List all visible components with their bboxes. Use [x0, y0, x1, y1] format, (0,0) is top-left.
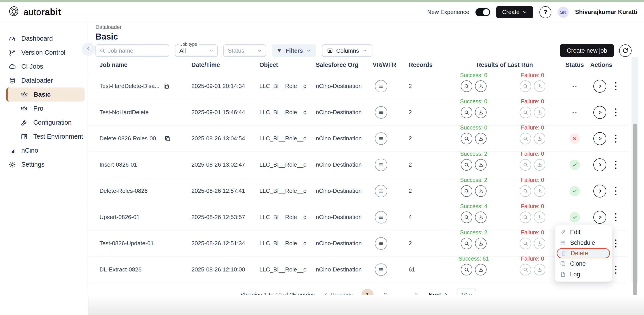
- page-button[interactable]: 2: [382, 292, 389, 298]
- sidebar-item-ncino[interactable]: nCino: [0, 144, 88, 158]
- download-success-records-button[interactable]: [475, 80, 486, 92]
- column-header-date-time[interactable]: Date/Time: [192, 62, 260, 68]
- download-success-records-button[interactable]: [475, 107, 486, 118]
- view-failure-records-button[interactable]: [520, 133, 531, 144]
- download-success-records-button[interactable]: [475, 185, 486, 197]
- sidebar-item-settings[interactable]: Settings: [0, 158, 88, 172]
- download-failure-records-button[interactable]: [534, 159, 546, 170]
- vr-wfr-list-button[interactable]: [375, 132, 387, 145]
- download-success-records-button[interactable]: [475, 133, 486, 144]
- download-failure-records-button[interactable]: [534, 80, 546, 92]
- copy-icon[interactable]: [164, 135, 171, 142]
- sidebar-item-dataloader[interactable]: Dataloader: [0, 74, 88, 88]
- job-name[interactable]: Delete-Roles-0826: [100, 188, 148, 194]
- download-success-records-button[interactable]: [475, 238, 486, 249]
- row-menu-button[interactable]: [614, 186, 618, 196]
- view-success-records-button[interactable]: [461, 238, 472, 249]
- menu-item-schedule[interactable]: Schedule: [555, 238, 612, 248]
- vr-wfr-list-button[interactable]: [375, 106, 387, 118]
- create-new-job-button[interactable]: Create new job: [560, 44, 614, 57]
- menu-item-clone[interactable]: Clone: [555, 258, 612, 269]
- download-success-records-button[interactable]: [475, 159, 486, 170]
- create-button[interactable]: Create: [496, 6, 533, 18]
- vr-wfr-list-button[interactable]: [375, 237, 387, 250]
- brand-logo[interactable]: autorabit: [7, 5, 61, 20]
- sidebar-item-dashboard[interactable]: Dashboard: [0, 32, 88, 46]
- sidebar-item-basic[interactable]: Basic: [6, 88, 84, 102]
- help-button[interactable]: ?: [540, 6, 552, 18]
- row-menu-button[interactable]: [614, 133, 618, 144]
- job-name[interactable]: Test-HardDelete-Disa...: [100, 83, 160, 90]
- copy-icon[interactable]: [163, 83, 170, 90]
- view-failure-records-button[interactable]: [520, 212, 531, 223]
- next-page-button[interactable]: Next: [428, 292, 448, 298]
- avatar[interactable]: SK: [558, 7, 569, 18]
- column-header-job-name[interactable]: Job name: [100, 62, 192, 68]
- view-success-records-button[interactable]: [461, 159, 472, 170]
- vertical-scrollbar[interactable]: [632, 57, 638, 283]
- column-header-records[interactable]: Records: [408, 62, 450, 68]
- view-success-records-button[interactable]: [461, 212, 472, 223]
- column-header-salesforce-org[interactable]: Salesforce Org: [316, 62, 373, 68]
- row-menu-button[interactable]: [614, 160, 618, 170]
- job-name[interactable]: Delete-0826-Roles-00...: [100, 135, 161, 142]
- download-success-records-button[interactable]: [475, 264, 486, 276]
- download-failure-records-button[interactable]: [534, 185, 546, 197]
- view-failure-records-button[interactable]: [520, 238, 531, 249]
- search-input[interactable]: [108, 47, 165, 54]
- job-name[interactable]: Test-0826-Update-01: [100, 240, 154, 247]
- breadcrumb[interactable]: Dataloader: [96, 24, 122, 30]
- row-menu-button[interactable]: [614, 81, 618, 92]
- user-name[interactable]: Shivarajkumar Kuratti: [575, 9, 637, 16]
- row-menu-button[interactable]: [614, 212, 618, 222]
- view-failure-records-button[interactable]: [520, 185, 531, 197]
- sidebar-item-configuration[interactable]: Configuration: [0, 116, 88, 130]
- view-success-records-button[interactable]: [461, 185, 472, 197]
- vr-wfr-list-button[interactable]: [375, 80, 387, 92]
- collapse-sidebar-button[interactable]: [82, 43, 94, 55]
- status-select[interactable]: Status: [224, 44, 266, 57]
- job-name[interactable]: Test-NoHardDelete: [100, 109, 148, 116]
- run-job-button[interactable]: [593, 158, 606, 171]
- menu-item-delete[interactable]: Delete: [557, 248, 610, 258]
- view-failure-records-button[interactable]: [520, 264, 531, 276]
- job-name[interactable]: Upsert-0826-01: [100, 214, 140, 220]
- view-success-records-button[interactable]: [461, 133, 472, 144]
- columns-button[interactable]: Columns: [322, 44, 372, 57]
- run-job-button[interactable]: [593, 106, 606, 119]
- run-job-button[interactable]: [593, 80, 606, 93]
- sidebar-item-test-environment[interactable]: Test Environment: [0, 130, 88, 144]
- job-name-search[interactable]: [96, 44, 169, 57]
- page-button[interactable]: 3: [412, 292, 420, 298]
- run-job-button[interactable]: [593, 184, 606, 198]
- job-name[interactable]: Insert-0826-01: [100, 161, 137, 168]
- menu-item-log[interactable]: Log: [555, 269, 612, 280]
- run-job-button[interactable]: [593, 211, 606, 224]
- column-header-object[interactable]: Object: [260, 62, 316, 68]
- run-job-button[interactable]: [593, 132, 606, 145]
- download-failure-records-button[interactable]: [534, 264, 546, 276]
- row-menu-button[interactable]: [614, 238, 618, 249]
- view-success-records-button[interactable]: [461, 264, 472, 276]
- vr-wfr-list-button[interactable]: [375, 211, 387, 224]
- view-failure-records-button[interactable]: [520, 80, 531, 92]
- page-button-active[interactable]: 1: [362, 289, 374, 301]
- row-menu-button[interactable]: [614, 264, 618, 275]
- view-failure-records-button[interactable]: [520, 159, 531, 170]
- filters-button[interactable]: Filters: [272, 44, 316, 57]
- sidebar-item-version-control[interactable]: Version Control: [0, 46, 88, 60]
- vr-wfr-list-button[interactable]: [375, 158, 387, 171]
- scrollbar-thumb[interactable]: [633, 124, 637, 315]
- download-failure-records-button[interactable]: [534, 133, 546, 144]
- column-header-status[interactable]: Status: [559, 62, 590, 68]
- sidebar-item-pro[interactable]: Pro: [0, 102, 88, 116]
- job-type-select[interactable]: Job type All: [175, 44, 218, 57]
- previous-page-button[interactable]: Previous: [324, 292, 353, 298]
- menu-item-edit[interactable]: Edit: [555, 227, 612, 238]
- refresh-button[interactable]: [619, 44, 632, 57]
- vr-wfr-list-button[interactable]: [375, 264, 387, 276]
- vr-wfr-list-button[interactable]: [375, 185, 387, 197]
- row-menu-button[interactable]: [614, 107, 618, 118]
- view-success-records-button[interactable]: [461, 80, 472, 92]
- column-header-vr-wfr[interactable]: VR/WFR: [373, 62, 408, 68]
